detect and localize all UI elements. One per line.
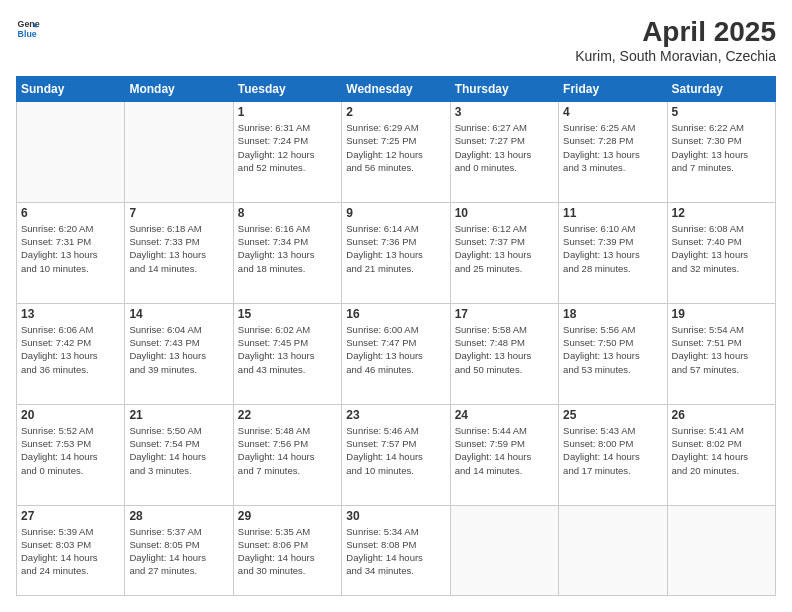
table-row: 19Sunrise: 5:54 AM Sunset: 7:51 PM Dayli… — [667, 303, 775, 404]
table-row — [559, 505, 667, 595]
day-number: 21 — [129, 408, 228, 422]
day-number: 8 — [238, 206, 337, 220]
col-wednesday: Wednesday — [342, 77, 450, 102]
col-saturday: Saturday — [667, 77, 775, 102]
day-info: Sunrise: 5:37 AM Sunset: 8:05 PM Dayligh… — [129, 525, 228, 578]
table-row: 10Sunrise: 6:12 AM Sunset: 7:37 PM Dayli… — [450, 202, 558, 303]
week-row-5: 27Sunrise: 5:39 AM Sunset: 8:03 PM Dayli… — [17, 505, 776, 595]
table-row: 17Sunrise: 5:58 AM Sunset: 7:48 PM Dayli… — [450, 303, 558, 404]
table-row: 30Sunrise: 5:34 AM Sunset: 8:08 PM Dayli… — [342, 505, 450, 595]
table-row: 27Sunrise: 5:39 AM Sunset: 8:03 PM Dayli… — [17, 505, 125, 595]
day-info: Sunrise: 5:34 AM Sunset: 8:08 PM Dayligh… — [346, 525, 445, 578]
day-number: 9 — [346, 206, 445, 220]
table-row: 29Sunrise: 5:35 AM Sunset: 8:06 PM Dayli… — [233, 505, 341, 595]
day-info: Sunrise: 5:58 AM Sunset: 7:48 PM Dayligh… — [455, 323, 554, 376]
table-row: 22Sunrise: 5:48 AM Sunset: 7:56 PM Dayli… — [233, 404, 341, 505]
table-row: 11Sunrise: 6:10 AM Sunset: 7:39 PM Dayli… — [559, 202, 667, 303]
table-row: 21Sunrise: 5:50 AM Sunset: 7:54 PM Dayli… — [125, 404, 233, 505]
day-info: Sunrise: 5:39 AM Sunset: 8:03 PM Dayligh… — [21, 525, 120, 578]
table-row: 24Sunrise: 5:44 AM Sunset: 7:59 PM Dayli… — [450, 404, 558, 505]
subtitle: Kurim, South Moravian, Czechia — [575, 48, 776, 64]
table-row: 20Sunrise: 5:52 AM Sunset: 7:53 PM Dayli… — [17, 404, 125, 505]
day-info: Sunrise: 5:48 AM Sunset: 7:56 PM Dayligh… — [238, 424, 337, 477]
day-info: Sunrise: 6:16 AM Sunset: 7:34 PM Dayligh… — [238, 222, 337, 275]
day-number: 27 — [21, 509, 120, 523]
day-number: 16 — [346, 307, 445, 321]
table-row: 9Sunrise: 6:14 AM Sunset: 7:36 PM Daylig… — [342, 202, 450, 303]
day-number: 10 — [455, 206, 554, 220]
col-sunday: Sunday — [17, 77, 125, 102]
day-number: 24 — [455, 408, 554, 422]
day-number: 12 — [672, 206, 771, 220]
col-thursday: Thursday — [450, 77, 558, 102]
table-row: 18Sunrise: 5:56 AM Sunset: 7:50 PM Dayli… — [559, 303, 667, 404]
day-number: 22 — [238, 408, 337, 422]
svg-text:Blue: Blue — [18, 29, 37, 39]
page: General Blue April 2025 Kurim, South Mor… — [0, 0, 792, 612]
table-row: 4Sunrise: 6:25 AM Sunset: 7:28 PM Daylig… — [559, 102, 667, 203]
table-row — [17, 102, 125, 203]
table-row: 7Sunrise: 6:18 AM Sunset: 7:33 PM Daylig… — [125, 202, 233, 303]
table-row — [450, 505, 558, 595]
week-row-4: 20Sunrise: 5:52 AM Sunset: 7:53 PM Dayli… — [17, 404, 776, 505]
day-number: 29 — [238, 509, 337, 523]
day-number: 20 — [21, 408, 120, 422]
day-number: 14 — [129, 307, 228, 321]
day-info: Sunrise: 5:46 AM Sunset: 7:57 PM Dayligh… — [346, 424, 445, 477]
table-row: 3Sunrise: 6:27 AM Sunset: 7:27 PM Daylig… — [450, 102, 558, 203]
day-number: 4 — [563, 105, 662, 119]
day-info: Sunrise: 5:50 AM Sunset: 7:54 PM Dayligh… — [129, 424, 228, 477]
header: General Blue April 2025 Kurim, South Mor… — [16, 16, 776, 64]
header-row: Sunday Monday Tuesday Wednesday Thursday… — [17, 77, 776, 102]
col-monday: Monday — [125, 77, 233, 102]
logo: General Blue — [16, 16, 40, 40]
day-number: 11 — [563, 206, 662, 220]
day-number: 13 — [21, 307, 120, 321]
day-info: Sunrise: 6:04 AM Sunset: 7:43 PM Dayligh… — [129, 323, 228, 376]
day-info: Sunrise: 6:29 AM Sunset: 7:25 PM Dayligh… — [346, 121, 445, 174]
logo-icon: General Blue — [16, 16, 40, 40]
day-info: Sunrise: 6:10 AM Sunset: 7:39 PM Dayligh… — [563, 222, 662, 275]
table-row: 1Sunrise: 6:31 AM Sunset: 7:24 PM Daylig… — [233, 102, 341, 203]
table-row: 23Sunrise: 5:46 AM Sunset: 7:57 PM Dayli… — [342, 404, 450, 505]
day-info: Sunrise: 6:06 AM Sunset: 7:42 PM Dayligh… — [21, 323, 120, 376]
day-info: Sunrise: 6:08 AM Sunset: 7:40 PM Dayligh… — [672, 222, 771, 275]
table-row: 15Sunrise: 6:02 AM Sunset: 7:45 PM Dayli… — [233, 303, 341, 404]
day-info: Sunrise: 5:43 AM Sunset: 8:00 PM Dayligh… — [563, 424, 662, 477]
day-info: Sunrise: 6:18 AM Sunset: 7:33 PM Dayligh… — [129, 222, 228, 275]
day-number: 2 — [346, 105, 445, 119]
day-info: Sunrise: 6:27 AM Sunset: 7:27 PM Dayligh… — [455, 121, 554, 174]
day-info: Sunrise: 6:25 AM Sunset: 7:28 PM Dayligh… — [563, 121, 662, 174]
day-info: Sunrise: 6:22 AM Sunset: 7:30 PM Dayligh… — [672, 121, 771, 174]
day-info: Sunrise: 6:02 AM Sunset: 7:45 PM Dayligh… — [238, 323, 337, 376]
title-block: April 2025 Kurim, South Moravian, Czechi… — [575, 16, 776, 64]
day-info: Sunrise: 5:56 AM Sunset: 7:50 PM Dayligh… — [563, 323, 662, 376]
day-number: 15 — [238, 307, 337, 321]
calendar-table: Sunday Monday Tuesday Wednesday Thursday… — [16, 76, 776, 596]
day-info: Sunrise: 5:35 AM Sunset: 8:06 PM Dayligh… — [238, 525, 337, 578]
svg-text:General: General — [18, 19, 40, 29]
col-tuesday: Tuesday — [233, 77, 341, 102]
day-info: Sunrise: 6:20 AM Sunset: 7:31 PM Dayligh… — [21, 222, 120, 275]
day-number: 23 — [346, 408, 445, 422]
table-row: 6Sunrise: 6:20 AM Sunset: 7:31 PM Daylig… — [17, 202, 125, 303]
day-number: 6 — [21, 206, 120, 220]
day-info: Sunrise: 6:14 AM Sunset: 7:36 PM Dayligh… — [346, 222, 445, 275]
table-row — [125, 102, 233, 203]
day-info: Sunrise: 6:12 AM Sunset: 7:37 PM Dayligh… — [455, 222, 554, 275]
table-row: 16Sunrise: 6:00 AM Sunset: 7:47 PM Dayli… — [342, 303, 450, 404]
day-number: 28 — [129, 509, 228, 523]
day-number: 19 — [672, 307, 771, 321]
table-row: 26Sunrise: 5:41 AM Sunset: 8:02 PM Dayli… — [667, 404, 775, 505]
day-number: 25 — [563, 408, 662, 422]
table-row: 8Sunrise: 6:16 AM Sunset: 7:34 PM Daylig… — [233, 202, 341, 303]
col-friday: Friday — [559, 77, 667, 102]
day-info: Sunrise: 6:31 AM Sunset: 7:24 PM Dayligh… — [238, 121, 337, 174]
day-info: Sunrise: 5:44 AM Sunset: 7:59 PM Dayligh… — [455, 424, 554, 477]
day-number: 26 — [672, 408, 771, 422]
day-number: 1 — [238, 105, 337, 119]
table-row: 28Sunrise: 5:37 AM Sunset: 8:05 PM Dayli… — [125, 505, 233, 595]
day-info: Sunrise: 6:00 AM Sunset: 7:47 PM Dayligh… — [346, 323, 445, 376]
table-row: 12Sunrise: 6:08 AM Sunset: 7:40 PM Dayli… — [667, 202, 775, 303]
table-row: 14Sunrise: 6:04 AM Sunset: 7:43 PM Dayli… — [125, 303, 233, 404]
